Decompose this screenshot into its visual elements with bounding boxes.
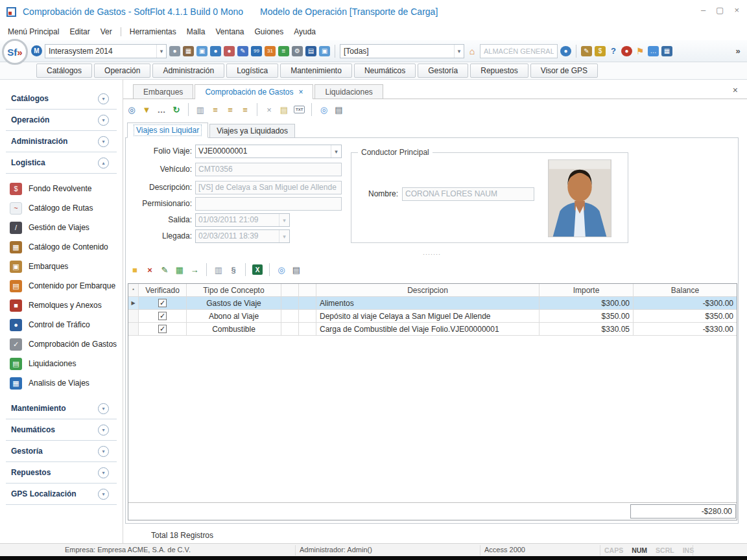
chevron-down-icon[interactable]: ▾	[98, 93, 109, 104]
menu-editar[interactable]: Editar	[64, 25, 95, 38]
menu-principal[interactable]: Menú Principal	[3, 25, 64, 38]
history-icon[interactable]: …	[156, 106, 167, 114]
sidebar-section-neumaticos[interactable]: Neumáticos ▾	[6, 419, 117, 441]
sidebar-section-catalogos[interactable]: Catálogos ▾	[6, 88, 117, 110]
ribbon-tab-catalogos[interactable]: Catálogos	[36, 64, 92, 78]
minimize-button[interactable]: –	[701, 5, 706, 15]
expand-tree-icon[interactable]: ≡	[210, 106, 220, 114]
chevron-down-icon[interactable]: ▾	[98, 425, 109, 436]
report-icon[interactable]: ✎	[237, 46, 248, 56]
ribbon-tab-administracion[interactable]: Administración	[152, 64, 224, 78]
menu-ventana[interactable]: Ventana	[210, 25, 249, 38]
help-icon[interactable]: ?	[608, 46, 619, 56]
paste-icon[interactable]: ▥	[195, 106, 206, 114]
sidebar-item-catalogo-rutas[interactable]: ~ Catálogo de Rutas	[0, 198, 123, 218]
sidebar-section-gestoria[interactable]: Gestoría ▾	[6, 441, 117, 462]
ribbon-tab-mantenimiento[interactable]: Mantenimiento	[280, 64, 352, 78]
menu-herramientas[interactable]: Herramientas	[124, 25, 182, 38]
sidebar-section-administracion[interactable]: Administración ▾	[6, 131, 117, 152]
chevron-down-icon[interactable]: ▾	[98, 136, 109, 147]
open-icon[interactable]: ■	[130, 266, 140, 274]
users-icon[interactable]: ●	[224, 46, 235, 56]
splitter-handle[interactable]: ·······	[126, 251, 738, 257]
image-icon[interactable]: ▣	[196, 46, 208, 56]
list-icon[interactable]: ≡	[278, 46, 289, 56]
globe-icon[interactable]: ●	[210, 46, 221, 56]
window-icon[interactable]: ▣	[319, 46, 330, 56]
verificado-checkbox[interactable]: ✓	[158, 299, 167, 307]
grid-header-descripcion[interactable]: Descripcion	[316, 284, 540, 296]
chevron-down-icon[interactable]: ▾	[98, 489, 109, 500]
home-icon[interactable]: ⌂	[467, 46, 477, 56]
grid-row[interactable]: ✓ Abono al Viaje Depósito al viaje Celay…	[128, 310, 737, 323]
chevron-down-icon[interactable]: ▾	[98, 115, 109, 126]
calendar-icon[interactable]: 31	[265, 46, 276, 56]
paste-grid-icon[interactable]: ▥	[213, 266, 224, 274]
export-row-icon[interactable]: →	[189, 266, 200, 274]
verificado-checkbox[interactable]: ✓	[158, 312, 167, 320]
grid-header-tipo[interactable]: Tipo de Concepto	[187, 284, 281, 296]
globe2-icon[interactable]: ●	[560, 46, 571, 56]
sidebar-section-gps-localizacion[interactable]: GPS Localización ▾	[6, 484, 117, 505]
grid-header-importe[interactable]: Importe	[540, 284, 634, 296]
chevron-down-icon[interactable]: ▾	[98, 446, 109, 457]
attach-icon[interactable]: §	[228, 266, 239, 274]
menu-ver[interactable]: Ver	[95, 25, 117, 38]
sidebar-item-contenido-embarque[interactable]: ▤ Contenido por Embarque	[0, 276, 123, 296]
todas-combobox[interactable]: [Todas] ▾	[340, 44, 464, 58]
sidebar-item-fondo-revolvente[interactable]: $ Fondo Revolvente	[0, 179, 123, 198]
ribbon-tab-logistica[interactable]: Logística	[226, 64, 278, 78]
verificado-checkbox[interactable]: ✓	[158, 325, 167, 333]
sidebar-item-gestion-viajes[interactable]: / Gestión de Viajes	[0, 218, 123, 237]
clear-icon[interactable]: ×	[264, 106, 274, 114]
restore-button[interactable]: ▢	[716, 5, 724, 15]
tab-close-icon[interactable]: ×	[298, 88, 303, 97]
ribbon-tab-neumaticos[interactable]: Neumáticos	[354, 64, 416, 78]
close-pane-icon[interactable]: ×	[733, 85, 738, 95]
chevron-up-icon[interactable]: ▴	[98, 158, 109, 169]
menu-ayuda[interactable]: Ayuda	[289, 25, 321, 38]
excel-export-icon[interactable]: X	[252, 264, 263, 275]
catalog-icon[interactable]: ▦	[183, 46, 194, 56]
sidebar-item-analisis-viajes[interactable]: ▦ Analisis de Viajes	[0, 373, 123, 393]
filter-icon[interactable]: ▼	[141, 106, 152, 114]
sidebar-item-catalogo-contenido[interactable]: ▦ Catálogo de Contenido	[0, 237, 123, 257]
close-button[interactable]: ×	[734, 5, 739, 15]
sidebar-section-mantenimiento[interactable]: Mantenimiento ▾	[6, 398, 117, 419]
flag-icon[interactable]: ⚑	[635, 46, 645, 56]
company-combobox[interactable]: Interasystem 2014 ▾	[45, 44, 167, 58]
grid-row[interactable]: ▶ ✓ Gastos de Viaje Alimentos $300.00 -$…	[128, 297, 737, 310]
ribbon-tab-operacion[interactable]: Operación	[94, 64, 150, 78]
tab-viajes-ya-liquidados[interactable]: Viajes ya Liquidados	[209, 124, 295, 138]
tree-levels-icon[interactable]: ≡	[240, 106, 250, 114]
print-icon[interactable]: ▤	[333, 106, 344, 114]
print-grid-icon[interactable]: ▤	[291, 266, 302, 274]
number-99-icon[interactable]: 99	[251, 46, 262, 56]
monitor-icon[interactable]: ▦	[661, 46, 672, 56]
folio-viaje-combobox[interactable]: VJE00000001 ▾	[195, 145, 342, 158]
preview-icon[interactable]: ◎	[318, 106, 329, 114]
ledger-icon[interactable]: ▤	[305, 46, 316, 56]
collapse-tree-icon[interactable]: ≡	[225, 106, 235, 114]
doc-tab-comprobacion-gastos[interactable]: Comprobación de Gastos ×	[195, 84, 313, 99]
sidebar-section-repuestos[interactable]: Repuestos ▾	[6, 462, 117, 484]
sidebar-item-remolques-anexos[interactable]: ■ Remolques y Anexos	[0, 296, 123, 315]
permissions-icon[interactable]: ✎	[581, 46, 592, 56]
bug-icon[interactable]: ●	[621, 46, 632, 56]
clock-icon[interactable]: ●	[169, 46, 180, 56]
ribbon-tab-gestoria[interactable]: Gestoría	[418, 64, 468, 78]
add-row-icon[interactable]: ▦	[174, 266, 185, 274]
doc-tab-embarques[interactable]: Embarques	[133, 84, 193, 99]
edit-row-icon[interactable]: ✎	[160, 266, 170, 274]
coins-icon[interactable]: $	[595, 46, 606, 56]
find-icon[interactable]: ◎	[126, 106, 137, 114]
overflow-chevron-icon[interactable]: »	[733, 46, 743, 56]
refresh-icon[interactable]: ↻	[171, 106, 182, 114]
chevron-down-icon[interactable]: ▾	[98, 403, 109, 414]
grid-header-verificado[interactable]: Verificado	[139, 284, 187, 296]
grid-header-col5[interactable]	[299, 284, 316, 296]
sidebar-item-liquidaciones[interactable]: ▤ Liquidaciones	[0, 354, 123, 373]
txt-export-icon[interactable]: TXT	[294, 106, 305, 113]
preview-grid-icon[interactable]: ◎	[276, 266, 287, 274]
gear-icon[interactable]: ⚙	[292, 46, 303, 56]
